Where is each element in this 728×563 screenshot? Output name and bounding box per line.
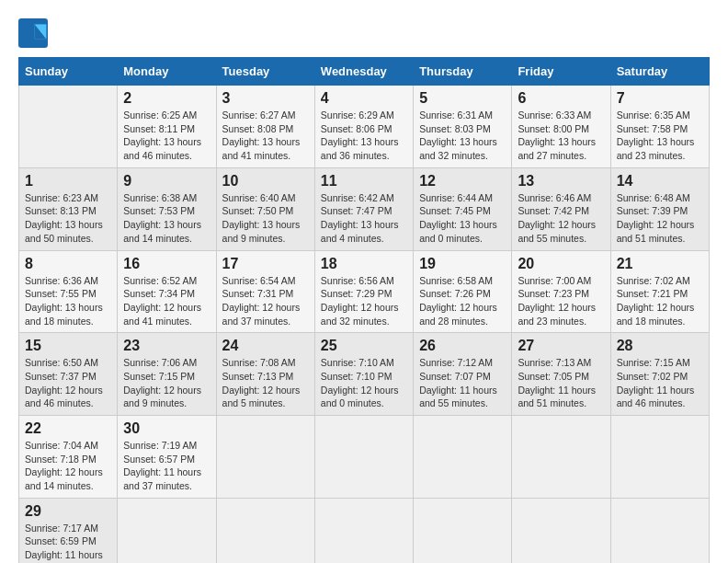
day-number: 24 [222,338,309,354]
day-number: 1 [25,173,111,190]
day-number: 4 [321,90,407,107]
day-number: 23 [123,338,210,354]
calendar-cell: 1Sunrise: 6:23 AMSunset: 8:13 PMDaylight… [19,167,118,250]
day-detail: Sunrise: 6:27 AMSunset: 8:08 PMDaylight:… [222,109,309,163]
day-detail: Sunrise: 6:35 AMSunset: 7:58 PMDaylight:… [617,109,703,163]
header-sunday: Sunday [19,58,118,86]
day-detail: Sunrise: 6:58 AMSunset: 7:26 PMDaylight:… [419,274,506,328]
calendar-cell: 25Sunrise: 7:10 AMSunset: 7:10 PMDayligh… [314,333,413,416]
calendar-cell: 10Sunrise: 6:40 AMSunset: 7:50 PMDayligh… [216,167,314,250]
calendar-cell [216,416,314,499]
calendar-week-row: 8Sunrise: 6:36 AMSunset: 7:55 PMDaylight… [19,250,710,333]
day-detail: Sunrise: 7:02 AMSunset: 7:21 PMDaylight:… [617,274,703,328]
day-detail: Sunrise: 6:33 AMSunset: 8:00 PMDaylight:… [518,109,604,163]
day-number: 20 [518,256,604,272]
day-detail: Sunrise: 6:25 AMSunset: 8:11 PMDaylight:… [123,109,210,163]
calendar-cell: 5Sunrise: 6:31 AMSunset: 8:03 PMDaylight… [414,86,512,168]
calendar-cell: 22Sunrise: 7:04 AMSunset: 7:18 PMDayligh… [19,416,118,499]
day-detail: Sunrise: 6:52 AMSunset: 7:34 PMDaylight:… [123,274,210,328]
day-number: 27 [518,338,604,354]
day-number: 12 [419,173,506,190]
day-number: 16 [123,256,210,272]
calendar-cell: 4Sunrise: 6:29 AMSunset: 8:06 PMDaylight… [314,86,413,168]
day-number: 18 [321,256,407,272]
calendar-cell: 12Sunrise: 6:44 AMSunset: 7:45 PMDayligh… [414,167,512,250]
calendar-cell: 30Sunrise: 7:19 AMSunset: 6:57 PMDayligh… [118,416,216,499]
day-detail: Sunrise: 6:40 AMSunset: 7:50 PMDaylight:… [222,191,309,246]
day-number: 10 [222,173,309,190]
calendar-cell: 13Sunrise: 6:46 AMSunset: 7:42 PMDayligh… [512,167,610,250]
calendar-cell: 8Sunrise: 6:36 AMSunset: 7:55 PMDaylight… [19,250,118,333]
calendar-cell: 21Sunrise: 7:02 AMSunset: 7:21 PMDayligh… [610,250,709,333]
calendar-cell [314,416,413,499]
calendar-cell: 23Sunrise: 7:06 AMSunset: 7:15 PMDayligh… [118,333,216,416]
day-detail: Sunrise: 7:00 AMSunset: 7:23 PMDaylight:… [518,274,604,328]
day-detail: Sunrise: 6:44 AMSunset: 7:45 PMDaylight:… [419,191,506,246]
day-number: 21 [617,256,703,272]
day-detail: Sunrise: 6:46 AMSunset: 7:42 PMDaylight:… [518,191,604,246]
day-number: 25 [321,338,407,354]
day-detail: Sunrise: 6:50 AMSunset: 7:37 PMDaylight:… [25,356,111,410]
header-tuesday: Tuesday [216,58,314,86]
day-number: 5 [419,90,506,107]
calendar-week-row: 1Sunrise: 6:23 AMSunset: 8:13 PMDaylight… [19,167,710,250]
calendar-cell [118,498,216,563]
day-detail: Sunrise: 7:04 AMSunset: 7:18 PMDaylight:… [25,439,111,493]
day-detail: Sunrise: 7:06 AMSunset: 7:15 PMDaylight:… [123,356,210,410]
calendar-cell: 6Sunrise: 6:33 AMSunset: 8:00 PMDaylight… [512,86,610,168]
day-detail: Sunrise: 7:15 AMSunset: 7:02 PMDaylight:… [617,356,703,410]
day-detail: Sunrise: 6:56 AMSunset: 7:29 PMDaylight:… [321,274,407,328]
day-number: 14 [617,173,703,190]
day-number: 28 [617,338,703,354]
day-number: 7 [617,90,703,107]
day-detail: Sunrise: 7:08 AMSunset: 7:13 PMDaylight:… [222,356,309,410]
calendar-cell [314,498,413,563]
day-number: 22 [25,420,111,437]
day-detail: Sunrise: 7:13 AMSunset: 7:05 PMDaylight:… [518,356,604,410]
calendar-week-row: 22Sunrise: 7:04 AMSunset: 7:18 PMDayligh… [19,416,710,499]
header-thursday: Thursday [414,58,512,86]
day-detail: Sunrise: 6:29 AMSunset: 8:06 PMDaylight:… [321,109,407,163]
day-detail: Sunrise: 7:17 AMSunset: 6:59 PMDaylight:… [25,522,111,563]
day-number: 6 [518,90,604,107]
calendar-cell: 14Sunrise: 6:48 AMSunset: 7:39 PMDayligh… [610,167,709,250]
general-blue-icon [18,18,48,48]
calendar-cell: 29Sunrise: 7:17 AMSunset: 6:59 PMDayligh… [19,498,118,563]
day-number: 19 [419,256,506,272]
header-wednesday: Wednesday [314,58,413,86]
day-number: 9 [123,173,210,190]
day-number: 17 [222,256,309,272]
day-detail: Sunrise: 6:38 AMSunset: 7:53 PMDaylight:… [123,191,210,246]
calendar-cell: 17Sunrise: 6:54 AMSunset: 7:31 PMDayligh… [216,250,314,333]
calendar-cell: 19Sunrise: 6:58 AMSunset: 7:26 PMDayligh… [414,250,512,333]
calendar-cell [414,416,512,499]
calendar-cell [512,498,610,563]
day-number: 29 [25,503,111,520]
calendar-cell [19,86,118,168]
calendar-cell: 24Sunrise: 7:08 AMSunset: 7:13 PMDayligh… [216,333,314,416]
calendar-cell [610,498,709,563]
day-detail: Sunrise: 7:10 AMSunset: 7:10 PMDaylight:… [321,356,407,410]
calendar-cell: 27Sunrise: 7:13 AMSunset: 7:05 PMDayligh… [512,333,610,416]
calendar-cell [414,498,512,563]
day-detail: Sunrise: 7:19 AMSunset: 6:57 PMDaylight:… [123,439,210,493]
calendar-cell: 16Sunrise: 6:52 AMSunset: 7:34 PMDayligh… [118,250,216,333]
day-detail: Sunrise: 6:36 AMSunset: 7:55 PMDaylight:… [25,274,111,328]
header-saturday: Saturday [610,58,709,86]
day-detail: Sunrise: 6:31 AMSunset: 8:03 PMDaylight:… [419,109,506,163]
calendar-cell: 9Sunrise: 6:38 AMSunset: 7:53 PMDaylight… [118,167,216,250]
header-monday: Monday [118,58,216,86]
day-detail: Sunrise: 6:23 AMSunset: 8:13 PMDaylight:… [25,191,111,246]
calendar-cell: 28Sunrise: 7:15 AMSunset: 7:02 PMDayligh… [610,333,709,416]
calendar-cell: 11Sunrise: 6:42 AMSunset: 7:47 PMDayligh… [314,167,413,250]
calendar-week-row: 29Sunrise: 7:17 AMSunset: 6:59 PMDayligh… [19,498,710,563]
calendar-cell: 20Sunrise: 7:00 AMSunset: 7:23 PMDayligh… [512,250,610,333]
calendar-cell: 7Sunrise: 6:35 AMSunset: 7:58 PMDaylight… [610,86,709,168]
header-friday: Friday [512,58,610,86]
day-number: 30 [123,420,210,437]
calendar-cell [610,416,709,499]
calendar-cell [512,416,610,499]
header [18,18,710,48]
day-detail: Sunrise: 6:48 AMSunset: 7:39 PMDaylight:… [617,191,703,246]
day-number: 13 [518,173,604,190]
